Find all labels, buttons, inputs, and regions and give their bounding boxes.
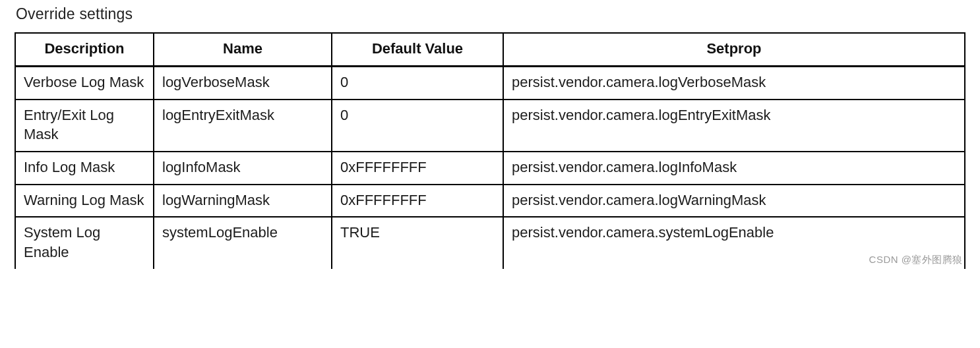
header-description: Description	[15, 33, 154, 67]
cell-setprop: persist.vendor.camera.logInfoMask	[503, 152, 965, 185]
cell-name: systemLogEnable	[154, 217, 332, 268]
cell-description: System Log Enable	[15, 217, 154, 268]
cell-setprop: persist.vendor.camera.logWarningMask	[503, 185, 965, 218]
table-row: Entry/Exit Log Mask logEntryExitMask 0 p…	[15, 100, 965, 152]
cell-setprop: persist.vendor.camera.systemLogEnable	[503, 217, 965, 268]
cell-default-value: TRUE	[332, 217, 503, 268]
cell-description: Verbose Log Mask	[15, 67, 154, 100]
cell-default-value: 0	[332, 67, 503, 100]
table-row: Warning Log Mask logWarningMask 0xFFFFFF…	[15, 185, 965, 218]
cell-setprop: persist.vendor.camera.logVerboseMask	[503, 67, 965, 100]
cell-name: logVerboseMask	[154, 67, 332, 100]
table-header-row: Description Name Default Value Setprop	[15, 33, 965, 67]
header-setprop: Setprop	[503, 33, 965, 67]
cell-default-value: 0xFFFFFFFF	[332, 152, 503, 185]
table-row: System Log Enable systemLogEnable TRUE p…	[15, 217, 965, 268]
cell-name: logWarningMask	[154, 185, 332, 218]
cell-default-value: 0xFFFFFFFF	[332, 185, 503, 218]
cell-name: logEntryExitMask	[154, 100, 332, 152]
cell-default-value: 0	[332, 100, 503, 152]
cell-name: logInfoMask	[154, 152, 332, 185]
section-title: Override settings	[16, 5, 965, 23]
table-row: Info Log Mask logInfoMask 0xFFFFFFFF per…	[15, 152, 965, 185]
table-row: Verbose Log Mask logVerboseMask 0 persis…	[15, 67, 965, 100]
cell-description: Entry/Exit Log Mask	[15, 100, 154, 152]
header-name: Name	[154, 33, 332, 67]
header-default-value: Default Value	[332, 33, 503, 67]
cell-description: Info Log Mask	[15, 152, 154, 185]
cell-description: Warning Log Mask	[15, 185, 154, 218]
cell-setprop: persist.vendor.camera.logEntryExitMask	[503, 100, 965, 152]
override-settings-table: Description Name Default Value Setprop V…	[15, 32, 965, 269]
